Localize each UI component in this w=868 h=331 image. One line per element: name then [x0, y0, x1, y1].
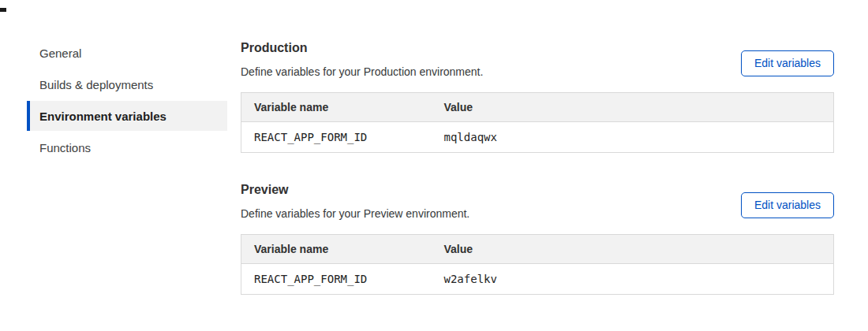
column-header-variable-name: Variable name: [241, 93, 432, 122]
table-row: REACT_APP_FORM_ID mqldaqwx: [241, 122, 834, 153]
edit-variables-button-preview[interactable]: Edit variables: [741, 192, 834, 218]
sidebar-item-general[interactable]: General: [27, 38, 227, 68]
production-table-header-row: Variable name Value: [241, 93, 834, 122]
preview-description: Define variables for your Preview enviro…: [241, 206, 470, 221]
variable-value-cell: w2afelkv: [432, 264, 834, 295]
variable-value-cell: mqldaqwx: [432, 122, 834, 153]
main-content: Production Define variables for your Pro…: [241, 38, 834, 295]
screen-edge-artifact: [0, 8, 6, 12]
preview-title: Preview: [241, 182, 470, 197]
sidebar-item-builds-deployments[interactable]: Builds & deployments: [27, 69, 227, 99]
production-section: Production Define variables for your Pro…: [241, 40, 834, 153]
production-section-header: Production Define variables for your Pro…: [241, 40, 834, 92]
preview-variables-table: Variable name Value REACT_APP_FORM_ID w2…: [241, 234, 834, 295]
production-title: Production: [241, 40, 483, 55]
preview-header-text: Preview Define variables for your Previe…: [241, 182, 470, 234]
preview-table-header-row: Variable name Value: [241, 235, 834, 264]
sidebar-item-functions[interactable]: Functions: [27, 132, 227, 162]
variable-name-cell: REACT_APP_FORM_ID: [241, 122, 432, 153]
production-description: Define variables for your Production env…: [241, 65, 483, 79]
column-header-variable-name: Variable name: [241, 235, 432, 264]
variable-name-cell: REACT_APP_FORM_ID: [241, 264, 432, 295]
column-header-value: Value: [432, 235, 834, 264]
sidebar-item-environment-variables[interactable]: Environment variables: [27, 101, 227, 131]
production-header-text: Production Define variables for your Pro…: [241, 40, 483, 92]
environment-variables-page: General Builds & deployments Environment…: [0, 0, 868, 295]
preview-section-header: Preview Define variables for your Previe…: [241, 182, 834, 234]
edit-variables-button-production[interactable]: Edit variables: [741, 50, 834, 76]
preview-section: Preview Define variables for your Previe…: [241, 182, 834, 295]
column-header-value: Value: [432, 93, 834, 122]
table-row: REACT_APP_FORM_ID w2afelkv: [241, 264, 834, 295]
production-variables-table: Variable name Value REACT_APP_FORM_ID mq…: [241, 92, 834, 153]
settings-sidebar: General Builds & deployments Environment…: [27, 38, 227, 295]
